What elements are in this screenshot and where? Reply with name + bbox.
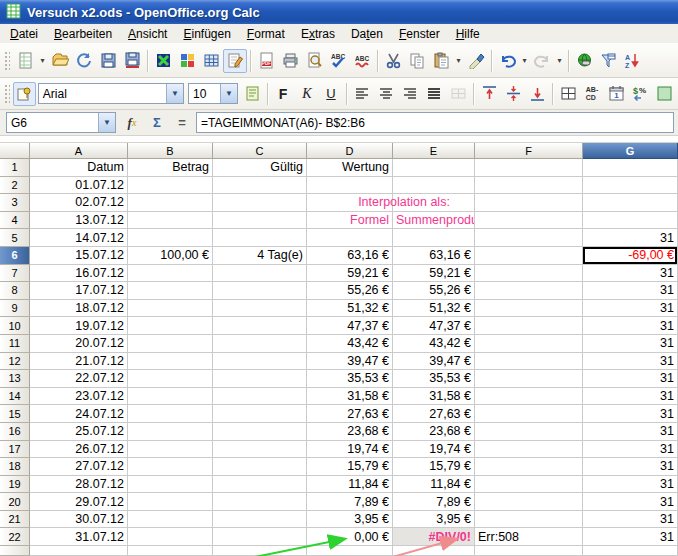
cell-C15[interactable] — [213, 405, 307, 423]
cell-G11[interactable]: 31 — [583, 335, 678, 353]
cell-G10[interactable]: 31 — [583, 317, 678, 335]
cell-B23[interactable] — [128, 546, 213, 556]
menu-hilfe[interactable]: Hilfe — [448, 25, 488, 43]
cell-A5[interactable]: 14.07.12 — [30, 229, 128, 247]
cell-G23[interactable] — [583, 546, 678, 556]
cell-F10[interactable] — [475, 317, 583, 335]
row-header-6[interactable]: 6 — [0, 247, 30, 265]
cell-B5[interactable] — [128, 229, 213, 247]
cell-D15[interactable]: 27,63 € — [307, 405, 393, 423]
cell-E18[interactable]: 15,79 € — [393, 458, 475, 476]
borders-button[interactable] — [556, 82, 580, 106]
cell-F16[interactable] — [475, 423, 583, 441]
cell-F12[interactable] — [475, 353, 583, 371]
menu-datei[interactable]: Datei — [2, 25, 46, 43]
row-header-17[interactable]: 17 — [0, 441, 30, 459]
align-vcenter-button[interactable] — [501, 82, 525, 106]
row-header-9[interactable]: 9 — [0, 300, 30, 318]
name-box-dropdown-icon[interactable]: ▼ — [98, 113, 115, 132]
cell-D8[interactable]: 55,26 € — [307, 282, 393, 300]
row-header-8[interactable]: 8 — [0, 282, 30, 300]
cell-A8[interactable]: 17.07.12 — [30, 282, 128, 300]
cell-C17[interactable] — [213, 441, 307, 459]
cell-G8[interactable]: 31 — [583, 282, 678, 300]
font-name-dropdown-icon[interactable]: ▼ — [166, 84, 183, 103]
cell-C14[interactable] — [213, 388, 307, 406]
cell-C3[interactable] — [213, 194, 307, 212]
cell-F23[interactable] — [475, 546, 583, 556]
cell-F14[interactable] — [475, 388, 583, 406]
cell-D21[interactable]: 3,95 € — [307, 511, 393, 529]
paste-button[interactable] — [429, 49, 453, 73]
cell-F19[interactable] — [475, 476, 583, 494]
align-center-button[interactable] — [374, 82, 398, 106]
cell-A16[interactable]: 25.07.12 — [30, 423, 128, 441]
cell-C13[interactable] — [213, 370, 307, 388]
cell-G3[interactable] — [583, 194, 678, 212]
cell-E12[interactable]: 39,47 € — [393, 353, 475, 371]
cell-B16[interactable] — [128, 423, 213, 441]
cell-B20[interactable] — [128, 493, 213, 511]
save-button[interactable] — [96, 49, 120, 73]
cell-A7[interactable]: 16.07.12 — [30, 265, 128, 283]
format-currency-button[interactable]: $% — [628, 82, 652, 106]
styles-note-button[interactable] — [240, 82, 264, 106]
undo-dropdown-icon[interactable]: ▾ — [519, 49, 530, 73]
menu-ansicht[interactable]: Ansicht — [120, 25, 175, 43]
cell-C21[interactable] — [213, 511, 307, 529]
cell-G12[interactable]: 31 — [583, 353, 678, 371]
row-header-3[interactable]: 3 — [0, 194, 30, 212]
cell-B15[interactable] — [128, 405, 213, 423]
cell-G18[interactable]: 31 — [583, 458, 678, 476]
cell-D1[interactable]: Wertung — [307, 159, 393, 177]
cell-B11[interactable] — [128, 335, 213, 353]
cell-D13[interactable]: 35,53 € — [307, 370, 393, 388]
cell-B8[interactable] — [128, 282, 213, 300]
cell-B12[interactable] — [128, 353, 213, 371]
cell-F20[interactable] — [475, 493, 583, 511]
cell-A2[interactable]: 01.07.12 — [30, 177, 128, 195]
row-header-18[interactable]: 18 — [0, 458, 30, 476]
cell-B3[interactable] — [128, 194, 213, 212]
cell-B7[interactable] — [128, 265, 213, 283]
cell-G14[interactable]: 31 — [583, 388, 678, 406]
cell-B18[interactable] — [128, 458, 213, 476]
cell-A3[interactable]: 02.07.12 — [30, 194, 128, 212]
row-header-1[interactable]: 1 — [0, 159, 30, 177]
row-header-7[interactable]: 7 — [0, 265, 30, 283]
paste-dropdown-icon[interactable]: ▾ — [453, 49, 464, 73]
clone-formatting-button[interactable] — [464, 49, 488, 73]
cell-E9[interactable]: 51,32 € — [393, 300, 475, 318]
cell-C10[interactable] — [213, 317, 307, 335]
cell-C11[interactable] — [213, 335, 307, 353]
row-header-15[interactable]: 15 — [0, 405, 30, 423]
row-header-2[interactable]: 2 — [0, 177, 30, 195]
cell-A6[interactable]: 15.07.12 — [30, 247, 128, 265]
italic-button[interactable]: K — [295, 82, 319, 106]
cell-D19[interactable]: 11,84 € — [307, 476, 393, 494]
cell-F17[interactable] — [475, 441, 583, 459]
cell-A15[interactable]: 24.07.12 — [30, 405, 128, 423]
cell-A21[interactable]: 30.07.12 — [30, 511, 128, 529]
cell-C20[interactable] — [213, 493, 307, 511]
cell-D20[interactable]: 7,89 € — [307, 493, 393, 511]
cell-A12[interactable]: 21.07.12 — [30, 353, 128, 371]
cell-E10[interactable]: 47,37 € — [393, 317, 475, 335]
cell-G19[interactable]: 31 — [583, 476, 678, 494]
cell-E3[interactable] — [393, 194, 475, 212]
cell-E5[interactable] — [393, 229, 475, 247]
cell-G20[interactable]: 31 — [583, 493, 678, 511]
equals-icon[interactable]: = — [171, 113, 193, 133]
cell-C22[interactable] — [213, 528, 307, 546]
row-header-5[interactable]: 5 — [0, 229, 30, 247]
cell-G5[interactable]: 31 — [583, 229, 678, 247]
cell-D22[interactable]: 0,00 € — [307, 528, 393, 546]
cell-A4[interactable]: 13.07.12 — [30, 212, 128, 230]
cell-G17[interactable]: 31 — [583, 441, 678, 459]
cell-A22[interactable]: 31.07.12 — [30, 528, 128, 546]
row-header-19[interactable]: 19 — [0, 476, 30, 494]
cell-F5[interactable] — [475, 229, 583, 247]
underline-button[interactable]: U — [319, 82, 343, 106]
cell-G2[interactable] — [583, 177, 678, 195]
cell-C19[interactable] — [213, 476, 307, 494]
